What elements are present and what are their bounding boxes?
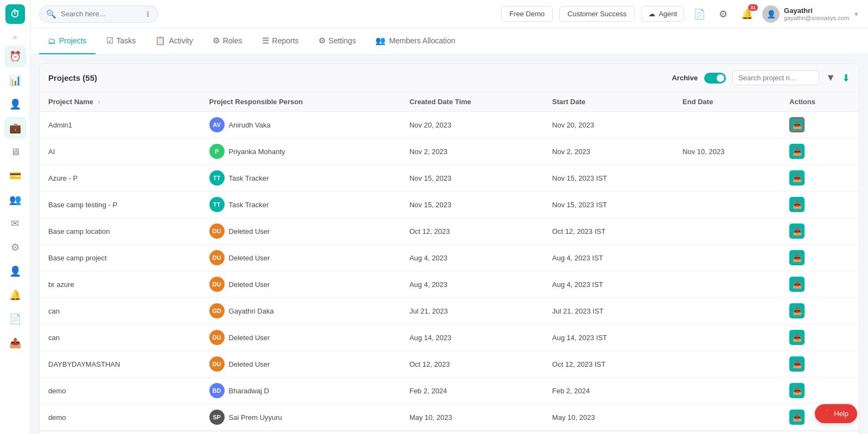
search-bar[interactable]: 🔍 ℹ xyxy=(39,5,158,23)
tab-nav: 🗂 Projects ☑ Tasks 📋 Activity ⚙ Roles ☰ … xyxy=(30,28,868,55)
cell-responsible: TTTask Tracker xyxy=(201,192,401,218)
action-archive-btn[interactable]: 📥 xyxy=(789,356,805,372)
action-archive-btn[interactable]: 📥 xyxy=(789,144,805,159)
cell-start: Oct 12, 2023 IST xyxy=(544,218,674,245)
person-name: Deleted User xyxy=(229,360,270,368)
action-archive-btn[interactable]: 📥 xyxy=(789,250,805,265)
tab-members[interactable]: 👥 Members Allocation xyxy=(367,28,464,54)
col-end: End Date xyxy=(674,92,781,112)
sidebar-item-person2[interactable]: 👤 xyxy=(4,260,26,282)
sidebar-item-card[interactable]: 💳 xyxy=(4,165,26,187)
person-name: Gayathri Daka xyxy=(229,307,274,315)
cell-actions: 📥 xyxy=(781,378,859,404)
cell-created: Oct 12, 2023 xyxy=(401,218,544,245)
cell-actions: 📥 xyxy=(781,351,859,378)
projects-tab-icon: 🗂 xyxy=(48,36,56,46)
cell-end xyxy=(674,112,781,138)
sidebar-item-gear[interactable]: ⚙ xyxy=(4,237,26,258)
cell-end xyxy=(674,378,781,404)
sidebar-item-user[interactable]: 👤 xyxy=(4,93,26,115)
user-area[interactable]: 👤 Gayathri gayathri@snovasys.com ▼ xyxy=(762,5,859,23)
sidebar-item-clock[interactable]: ⏰ xyxy=(4,46,26,67)
sidebar-item-send[interactable]: 📤 xyxy=(4,332,26,354)
user-email: gayathri@snovasys.com xyxy=(784,15,849,21)
cell-end xyxy=(674,351,781,378)
tab-reports[interactable]: ☰ Reports xyxy=(253,28,308,54)
action-archive-btn[interactable]: 📥 xyxy=(789,224,805,239)
settings-icon[interactable]: ⚙ xyxy=(714,5,732,23)
cell-responsible: PPriyanka Mohanty xyxy=(201,138,401,165)
notification-icon[interactable]: 🔔 31 xyxy=(738,5,756,23)
search-project-input[interactable] xyxy=(732,71,819,85)
cell-created: Aug 4, 2023 xyxy=(401,245,544,271)
action-archive-btn[interactable]: 📥 xyxy=(789,383,805,398)
sidebar-item-doc[interactable]: 📄 xyxy=(4,308,26,330)
cell-project-name: can xyxy=(40,298,201,324)
person-name: Deleted User xyxy=(229,227,270,235)
table-row: Admin1AVAnirudh VakaNov 20, 2023Nov 20, … xyxy=(40,112,859,138)
table-row: Base camp locationDUDeleted UserOct 12, … xyxy=(40,218,859,245)
cell-responsible: DUDeleted User xyxy=(201,245,401,271)
action-archive-btn[interactable]: 📥 xyxy=(789,277,805,292)
tab-tasks[interactable]: ☑ Tasks xyxy=(98,28,145,54)
cell-actions: 📥 xyxy=(781,271,859,298)
filter-icon[interactable]: ▼ xyxy=(826,72,835,84)
cell-end xyxy=(674,218,781,245)
table-row: DAYBYDAYMASTHANDUDeleted UserOct 12, 202… xyxy=(40,351,859,378)
search-icon: 🔍 xyxy=(46,9,56,19)
sidebar-expand-btn[interactable]: » xyxy=(11,30,20,43)
cell-start: Nov 15, 2023 IST xyxy=(544,192,674,218)
col-actions: Actions xyxy=(781,92,859,112)
action-archive-btn[interactable]: 📥 xyxy=(789,170,805,186)
action-archive-btn[interactable]: 📥 xyxy=(789,117,805,132)
cell-responsible: DUDeleted User xyxy=(201,218,401,245)
sidebar-item-mail[interactable]: ✉ xyxy=(4,213,26,234)
sidebar-item-bell[interactable]: 🔔 xyxy=(4,284,26,306)
tab-settings[interactable]: ⚙ Settings xyxy=(310,28,365,54)
action-archive-btn[interactable]: 📥 xyxy=(789,197,805,212)
free-demo-button[interactable]: Free Demo xyxy=(501,6,553,22)
archive-toggle[interactable] xyxy=(704,73,726,84)
cell-responsible: DUDeleted User xyxy=(201,351,401,378)
cell-start: Oct 12, 2023 IST xyxy=(544,351,674,378)
person-avatar: BD xyxy=(209,383,225,398)
sidebar-item-group[interactable]: 👥 xyxy=(4,189,26,210)
tasks-tab-icon: ☑ xyxy=(106,36,113,46)
tab-tasks-label: Tasks xyxy=(117,36,136,45)
table-row: canGDGayathri DakaJul 21, 2023Jul 21, 20… xyxy=(40,298,859,324)
action-archive-btn[interactable]: 📥 xyxy=(789,410,805,425)
cell-project-name: Admin1 xyxy=(40,112,201,138)
col-project-name: Project Name ↑ xyxy=(40,92,201,112)
sidebar-item-chart[interactable]: 📊 xyxy=(4,69,26,91)
cell-end xyxy=(674,192,781,218)
person-name: Sai Prem Uyyuru xyxy=(229,413,282,422)
download-icon[interactable]: ⬇ xyxy=(842,72,850,84)
customer-success-button[interactable]: Customer Success xyxy=(559,6,635,22)
cell-responsible: DUDeleted User xyxy=(201,324,401,351)
content-area: Projects (55) Archive ▼ ⬇ Project Name ↑ xyxy=(30,55,868,434)
cell-responsible: TTTask Tracker xyxy=(201,165,401,192)
user-info: Gayathri gayathri@snovasys.com xyxy=(784,7,849,21)
tab-projects[interactable]: 🗂 Projects xyxy=(39,28,95,54)
agent-button[interactable]: ☁ Agent xyxy=(641,6,684,22)
settings-tab-icon: ⚙ xyxy=(318,36,326,46)
person-avatar: TT xyxy=(209,170,225,186)
sidebar: ⏱ » ⏰ 📊 👤 💼 🖥 💳 👥 ✉ ⚙ 👤 🔔 📄 📤 xyxy=(0,0,30,434)
cell-created: Oct 12, 2023 xyxy=(401,351,544,378)
projects-card: Projects (55) Archive ▼ ⬇ Project Name ↑ xyxy=(39,63,859,434)
topbar: 🔍 ℹ Free Demo Customer Success ☁ Agent 📄… xyxy=(30,0,868,28)
sidebar-item-monitor[interactable]: 🖥 xyxy=(4,141,26,163)
tab-activity[interactable]: 📋 Activity xyxy=(146,28,201,54)
action-archive-btn[interactable]: 📥 xyxy=(789,303,805,318)
cell-start: May 10, 2023 xyxy=(544,404,674,431)
search-input[interactable] xyxy=(61,10,142,18)
cell-start: Aug 4, 2023 IST xyxy=(544,245,674,271)
sidebar-item-briefcase[interactable]: 💼 xyxy=(4,117,26,139)
help-button[interactable]: ❓ Help xyxy=(815,404,857,423)
cell-created: Feb 2, 2024 xyxy=(401,378,544,404)
cell-project-name: demo xyxy=(40,378,201,404)
action-archive-btn[interactable]: 📥 xyxy=(789,330,805,345)
table-row: demoSPSai Prem UyyuruMay 10, 2023May 10,… xyxy=(40,404,859,431)
tab-roles[interactable]: ⚙ Roles xyxy=(204,28,251,54)
document-icon[interactable]: 📄 xyxy=(691,5,708,23)
